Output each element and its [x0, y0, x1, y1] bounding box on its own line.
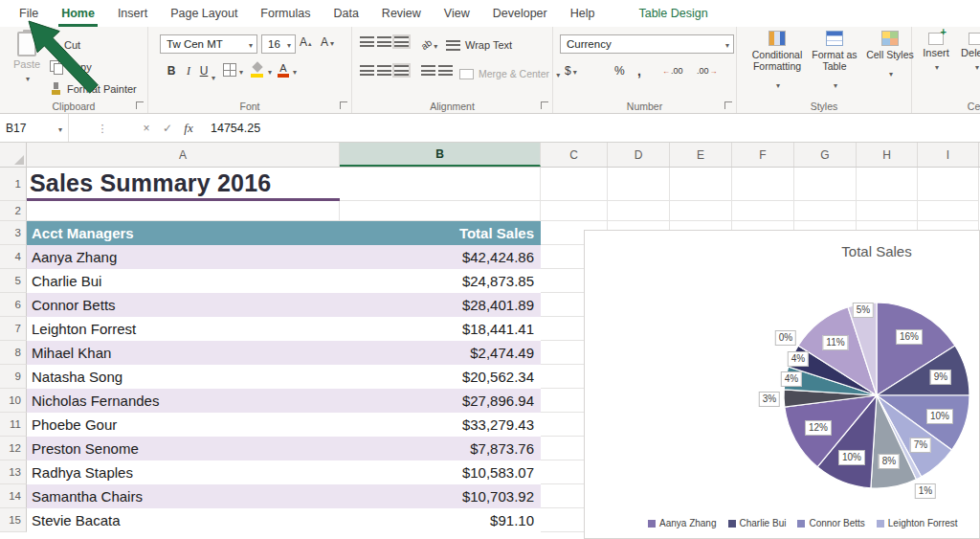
total-sales-pie-chart[interactable]: Total Sales Aanya ZhangCharlie BuiConnor… — [584, 230, 980, 539]
row-header-12[interactable]: 12 — [0, 437, 27, 460]
bold-button[interactable]: B — [164, 61, 179, 80]
cell-B11[interactable]: $33,279.43 — [340, 413, 541, 437]
italic-button[interactable]: I — [181, 61, 196, 80]
column-header-D[interactable]: D — [608, 143, 670, 167]
cell-A15[interactable]: Stevie Bacata — [27, 508, 340, 532]
top-align-button[interactable] — [360, 36, 374, 47]
decrease-decimal-button[interactable]: .00 — [697, 63, 718, 79]
column-header-A[interactable]: A — [27, 143, 340, 167]
cell-G[interactable] — [794, 201, 857, 221]
paste-button[interactable]: Paste — [6, 32, 48, 83]
cell-B12[interactable]: $7,873.76 — [340, 437, 541, 460]
cell-A6[interactable]: Connor Betts — [27, 293, 340, 317]
row-header-10[interactable]: 10 — [0, 389, 27, 413]
cut-button[interactable]: Cut — [50, 36, 80, 54]
font-size-select[interactable]: 16 — [261, 34, 296, 54]
cell-B9[interactable]: $20,562.34 — [340, 365, 541, 389]
row-header-4[interactable]: 4 — [0, 245, 27, 269]
row-header-15[interactable]: 15 — [0, 508, 27, 532]
decrease-indent-button[interactable] — [421, 65, 435, 76]
legend-item[interactable]: Leighton Forrest — [877, 518, 958, 528]
cell-D[interactable] — [608, 168, 670, 201]
cell-I[interactable] — [918, 201, 979, 221]
column-header-C[interactable]: C — [541, 143, 608, 167]
row-header-9[interactable]: 9 — [0, 365, 27, 389]
borders-button[interactable] — [223, 61, 243, 79]
column-header-G[interactable]: G — [794, 143, 857, 167]
cell-C[interactable] — [541, 168, 608, 201]
cell-F[interactable] — [732, 168, 794, 201]
middle-align-button[interactable] — [377, 36, 391, 47]
cell-A12[interactable]: Preston Senome — [27, 437, 340, 460]
menu-tab-data[interactable]: Data — [322, 0, 369, 27]
increase-indent-button[interactable] — [438, 65, 453, 76]
cell-A14[interactable]: Samantha Chairs — [27, 484, 340, 508]
cell-A8[interactable]: Mihael Khan — [27, 341, 340, 365]
column-header-F[interactable]: F — [732, 143, 794, 167]
menu-tab-formulas[interactable]: Formulas — [249, 0, 322, 27]
font-color-button[interactable] — [277, 61, 297, 79]
legend-item[interactable]: Charlie Bui — [728, 518, 787, 528]
column-header-I[interactable]: I — [918, 143, 979, 167]
row-header-8[interactable]: 8 — [0, 341, 27, 365]
align-right-button[interactable] — [394, 65, 409, 76]
conditional-formatting-button[interactable]: Conditional Formatting — [750, 31, 804, 92]
cell-B7[interactable]: $18,441.41 — [340, 317, 541, 341]
cell-A3[interactable]: Acct Managers — [27, 221, 340, 245]
formula-input[interactable]: 14754.25 — [211, 122, 260, 135]
row-header-1[interactable]: 1 — [0, 168, 27, 201]
cell-C[interactable] — [541, 201, 608, 221]
copy-button[interactable]: Copy — [50, 58, 92, 76]
menu-tab-page-layout[interactable]: Page Layout — [159, 0, 249, 27]
cell-A1[interactable]: Sales Summary 2016 — [27, 168, 340, 201]
decrease-font-size-button[interactable]: A — [321, 35, 334, 49]
menu-tab-help[interactable]: Help — [559, 0, 607, 27]
select-all-button[interactable] — [0, 143, 27, 167]
column-header-B[interactable]: B — [340, 143, 541, 167]
row-header-6[interactable]: 6 — [0, 293, 27, 317]
menu-tab-table-design[interactable]: Table Design — [627, 0, 719, 27]
font-name-select[interactable]: Tw Cen MT — [160, 34, 257, 54]
merge-center-button[interactable]: Merge & Center — [459, 65, 560, 82]
cell-B[interactable] — [340, 168, 541, 201]
cell-A9[interactable]: Natasha Song — [27, 365, 340, 389]
column-header-E[interactable]: E — [670, 143, 732, 167]
increase-decimal-button[interactable]: .00 — [662, 63, 683, 79]
menu-tab-file[interactable]: File — [8, 0, 50, 27]
cell-B3[interactable]: Total Sales — [340, 221, 541, 245]
wrap-text-button[interactable]: Wrap Text — [446, 36, 512, 54]
row-header-3[interactable]: 3 — [0, 221, 27, 245]
cell-A10[interactable]: Nicholas Fernandes — [27, 389, 340, 413]
percent-style-button[interactable]: % — [614, 61, 625, 80]
name-box[interactable]: B17 — [0, 114, 69, 142]
row-header-13[interactable]: 13 — [0, 460, 27, 484]
cell-A[interactable] — [27, 201, 340, 221]
cell-F[interactable] — [732, 201, 794, 221]
cell-H[interactable] — [857, 201, 918, 221]
cell-A4[interactable]: Aanya Zhang — [27, 245, 340, 269]
comma-style-button[interactable]: , — [637, 61, 641, 80]
bottom-align-button[interactable] — [394, 36, 409, 47]
accounting-format-button[interactable]: $ — [565, 61, 577, 80]
cell-B15[interactable]: $91.10 — [340, 508, 541, 532]
cell-B[interactable] — [340, 201, 541, 221]
delete-cells-button[interactable]: Delete — [958, 33, 980, 72]
cell-B6[interactable]: $28,401.89 — [340, 293, 541, 317]
cell-A11[interactable]: Phoebe Gour — [27, 413, 340, 437]
row-header-7[interactable]: 7 — [0, 317, 27, 341]
insert-function-button[interactable]: fx — [178, 121, 199, 136]
menu-tab-insert[interactable]: Insert — [106, 0, 159, 27]
cell-E[interactable] — [670, 168, 732, 201]
row-header-5[interactable]: 5 — [0, 269, 27, 293]
cancel-button[interactable]: × — [136, 122, 157, 135]
cell-E[interactable] — [670, 201, 732, 221]
row-header-11[interactable]: 11 — [0, 413, 27, 437]
cell-B5[interactable]: $24,873.85 — [340, 269, 541, 293]
column-header-H[interactable]: H — [857, 143, 918, 167]
menu-tab-review[interactable]: Review — [370, 0, 433, 27]
align-center-button[interactable] — [377, 65, 391, 76]
format-as-table-button[interactable]: Format as Table — [808, 31, 861, 92]
cell-B10[interactable]: $27,896.94 — [340, 389, 541, 413]
cell-styles-button[interactable]: Cell Styles — [863, 31, 917, 80]
cell-B14[interactable]: $10,703.92 — [340, 484, 541, 508]
